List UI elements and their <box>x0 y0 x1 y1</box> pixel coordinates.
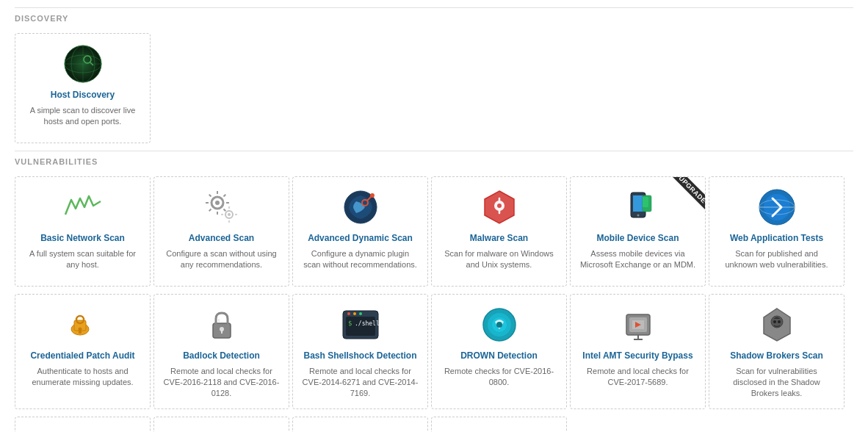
card-host-discovery[interactable]: Host Discovery A simple scan to discover… <box>15 33 151 143</box>
advanced-scan-desc: Configure a scan without using any recom… <box>163 248 280 271</box>
mobile-device-scan-title: Mobile Device Scan <box>596 233 679 245</box>
host-discovery-icon <box>63 44 103 84</box>
card-intel-amt-security-bypass[interactable]: Intel AMT Security Bypass Remote and loc… <box>570 294 706 409</box>
malware-scan-title: Malware Scan <box>470 233 528 245</box>
svg-line-15 <box>223 195 225 197</box>
svg-point-59 <box>496 322 502 328</box>
advanced-scan-icon <box>202 187 242 227</box>
svg-rect-44 <box>79 330 82 334</box>
advanced-scan-title: Advanced Scan <box>189 233 254 245</box>
credentialed-patch-audit-desc: Authenticate to hosts and enumerate miss… <box>24 366 141 389</box>
card-basic-network-scan[interactable]: Basic Network Scan A full system scan su… <box>15 176 151 287</box>
card-spectre-meltdown[interactable]: Spectre and Meltdown Remote and local ch… <box>15 417 151 432</box>
shadow-brokers-scan-desc: Scan for vulnerabilities disclosed in th… <box>718 366 835 400</box>
svg-point-67 <box>773 320 776 323</box>
discovery-section: DISCOVERY <box>15 7 853 143</box>
svg-point-18 <box>228 213 231 216</box>
basic-network-scan-icon <box>63 187 103 227</box>
wannacry-ransomware-icon <box>202 428 242 432</box>
svg-line-14 <box>223 209 225 212</box>
card-malware-scan[interactable]: Malware Scan Scan for malware on Windows… <box>431 176 567 287</box>
svg-point-55 <box>359 312 362 315</box>
card-advanced-dynamic-scan[interactable]: Advanced Dynamic Scan Configure a dynami… <box>292 176 428 287</box>
card-ripple20-remote-scan[interactable]: Ripple20 Ripple20 Remote Scan A remote s… <box>292 417 428 432</box>
vulnerabilities-cards-row-1: Basic Network Scan A full system scan su… <box>15 176 853 287</box>
vulnerabilities-section: VULNERABILITIES Basic Network Scan A ful… <box>15 151 853 432</box>
intel-amt-security-bypass-title: Intel AMT Security Bypass <box>582 350 692 362</box>
ripple20-remote-scan-icon: Ripple20 <box>341 428 380 432</box>
web-application-tests-title: Web Application Tests <box>730 233 823 245</box>
vulnerabilities-cards-row-2: Credentialed Patch Audit Authenticate to… <box>15 294 853 409</box>
drown-detection-icon <box>480 305 519 345</box>
card-zerologon-remote-scan[interactable]: Zerologon Remote Scan A remote scan to d… <box>431 417 567 432</box>
host-discovery-desc: A simple scan to discover live hosts and… <box>24 105 141 128</box>
zerologon-remote-scan-icon <box>480 428 519 432</box>
badlock-detection-desc: Remote and local checks for CVE-2016-211… <box>163 366 280 400</box>
basic-network-scan-desc: A full system scan suitable for any host… <box>24 248 141 271</box>
discovery-cards-row: Host Discovery A simple scan to discover… <box>15 33 853 143</box>
web-application-tests-desc: Scan for published and unknown web vulne… <box>718 248 835 271</box>
vulnerabilities-cards-row-3: Spectre and Meltdown Remote and local ch… <box>15 417 853 432</box>
bash-shellshock-detection-title: Bash Shellshock Detection <box>303 350 416 362</box>
drown-detection-desc: Remote checks for CVE-2016-0800. <box>441 366 557 389</box>
svg-point-26 <box>370 193 375 198</box>
credentialed-patch-audit-title: Credentialed Patch Audit <box>30 350 134 362</box>
shadow-brokers-scan-icon <box>757 305 797 345</box>
intel-amt-security-bypass-icon <box>618 305 658 345</box>
svg-line-13 <box>209 195 211 197</box>
card-wannacry-ransomware[interactable]: WannaCry Ransomware Remote and local che… <box>153 417 289 432</box>
svg-text:./shellshock: ./shellshock <box>355 320 380 327</box>
bash-shellshock-detection-icon: $ ./shellshock <box>341 305 380 345</box>
card-badlock-detection[interactable]: Badlock Detection Remote and local check… <box>153 294 289 409</box>
card-credentialed-patch-audit[interactable]: Credentialed Patch Audit Authenticate to… <box>15 294 151 409</box>
badlock-detection-icon <box>202 305 242 345</box>
upgrade-label: UPGRADE <box>670 177 705 212</box>
spectre-meltdown-icon <box>63 428 103 432</box>
host-discovery-title: Host Discovery <box>51 90 115 101</box>
vulnerabilities-section-header: VULNERABILITIES <box>15 151 853 170</box>
svg-point-28 <box>497 204 502 208</box>
malware-scan-desc: Scan for malware on Windows and Unix sys… <box>441 248 557 271</box>
basic-network-scan-title: Basic Network Scan <box>40 233 125 245</box>
drown-detection-title: DROWN Detection <box>460 350 538 362</box>
web-application-tests-icon <box>757 187 797 227</box>
svg-line-16 <box>209 209 211 212</box>
svg-point-54 <box>353 312 356 315</box>
svg-point-8 <box>215 201 220 205</box>
upgrade-badge: UPGRADE <box>661 177 705 221</box>
credentialed-patch-audit-icon <box>63 305 103 345</box>
svg-point-53 <box>347 312 350 315</box>
shadow-brokers-scan-title: Shadow Brokers Scan <box>730 350 823 362</box>
card-bash-shellshock-detection[interactable]: $ ./shellshock Bash Shellshock Detection… <box>292 294 428 409</box>
svg-point-68 <box>778 320 781 323</box>
advanced-dynamic-scan-icon <box>341 187 380 227</box>
svg-rect-32 <box>633 195 643 212</box>
svg-rect-47 <box>221 331 223 334</box>
intel-amt-security-bypass-desc: Remote and local checks for CVE-2017-568… <box>579 366 696 389</box>
badlock-detection-title: Badlock Detection <box>183 350 260 362</box>
advanced-dynamic-scan-desc: Configure a dynamic plugin scan without … <box>302 248 419 271</box>
card-drown-detection[interactable]: DROWN Detection Remote checks for CVE-20… <box>431 294 567 409</box>
mobile-device-scan-desc: Assess mobile devices via Microsoft Exch… <box>579 248 696 271</box>
discovery-section-header: DISCOVERY <box>15 7 853 27</box>
malware-scan-icon <box>480 187 519 227</box>
card-web-application-tests[interactable]: Web Application Tests Scan for published… <box>709 176 845 287</box>
svg-point-33 <box>637 215 639 217</box>
page-container: DISCOVERY <box>0 0 868 432</box>
mobile-device-scan-icon <box>618 187 658 227</box>
card-shadow-brokers-scan[interactable]: Shadow Brokers Scan Scan for vulnerabili… <box>709 294 845 409</box>
svg-text:$: $ <box>348 320 352 327</box>
card-mobile-device-scan[interactable]: UPGRADE Mobile Device Scan Assess mobile… <box>570 176 706 287</box>
card-advanced-scan[interactable]: Advanced Scan Configure a scan without u… <box>153 176 289 287</box>
svg-rect-35 <box>643 197 648 207</box>
bash-shellshock-detection-desc: Remote and local checks for CVE-2014-627… <box>302 366 419 400</box>
advanced-dynamic-scan-title: Advanced Dynamic Scan <box>308 233 413 245</box>
